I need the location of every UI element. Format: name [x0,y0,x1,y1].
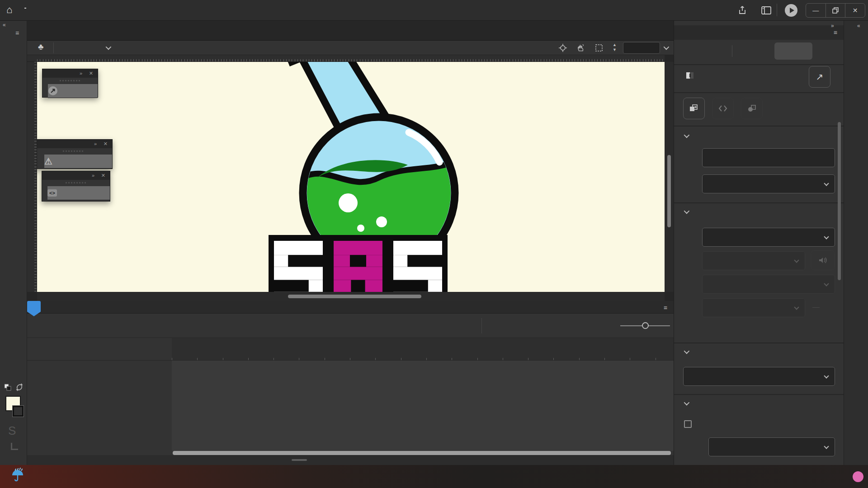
exchange-button[interactable] [741,98,763,119]
frame-type-icon [686,71,694,80]
timeline-menu-icon[interactable]: ≡ [664,304,667,311]
swap-colors-icon[interactable] [15,383,24,391]
vertical-ruler [27,62,37,292]
horizontal-ruler [27,55,665,62]
clip-content-icon[interactable] [594,43,604,52]
share-icon[interactable] [737,5,748,16]
hidden-tool-hint-icon: S [8,424,16,438]
tools-menu-icon[interactable]: ≡ [15,29,19,37]
panel-menu-icon[interactable]: » [94,141,97,146]
sound-section-header[interactable] [684,210,695,214]
color-effects-section-header[interactable] [684,350,695,354]
code-snippets-panel[interactable]: »✕ <> [42,171,110,202]
properties-tab-bar: ≡ [674,25,844,40]
center-frame-icon[interactable] [558,43,567,52]
editbar-divider [53,42,54,53]
panel-close-icon[interactable]: ✕ [101,173,105,178]
properties-menu-icon[interactable]: ≡ [834,29,837,36]
zoom-level-input[interactable] [623,42,660,54]
stage-horizontal-scrollbar[interactable] [37,292,665,301]
subtab-frame[interactable] [774,42,812,60]
test-movie-button[interactable] [785,4,797,17]
hide-object-checkbox[interactable] [684,420,692,428]
document-tab-bar [27,21,674,41]
panel-menu-icon[interactable]: » [80,70,82,76]
label-section-header[interactable] [684,134,695,138]
zoom-stepper[interactable]: ▲▼ [613,42,617,52]
sound-effect-select [702,251,805,270]
panel-close-icon[interactable]: ✕ [89,70,93,76]
window-controls: — ✕ [806,3,865,18]
layer-controls [27,338,172,361]
collapse-left-dock-icon[interactable]: « [3,22,6,28]
warning-icon: ⚠ [44,156,52,167]
timeline-tab-bar: ≡ [27,301,674,314]
convert-to-symbol-button[interactable]: ↗ [809,66,830,88]
zoom-chevron-icon[interactable] [664,46,668,50]
edit-class-button[interactable] [712,98,734,119]
stroke-color-swatch[interactable] [13,406,24,417]
collapse-strip-icon[interactable]: « [857,23,860,29]
compiler-errors-panel[interactable]: »✕ ⚠ [37,139,113,169]
default-colors-icon[interactable] [4,383,13,391]
panel-menu-icon[interactable]: » [92,173,94,178]
sound-name-select[interactable] [702,228,835,247]
symbol-edit-icon[interactable]: ♣ [38,42,43,52]
menubar-divider [777,4,777,16]
panel-resize-grip[interactable] [292,459,307,461]
properties-scrollbar[interactable] [838,122,841,280]
timeline-zoom-knob[interactable] [642,322,649,329]
code-icon: <> [47,189,57,197]
sound-repeat-select [702,298,805,317]
panel-close-icon[interactable]: ✕ [104,141,108,147]
scene-chevron-icon[interactable] [106,46,110,50]
swap-symbol-button[interactable] [683,98,705,119]
animate-app-window: ⌂ — ✕ « ≡ [0,0,868,488]
timeline-horizontal-scrollbar[interactable] [173,451,671,455]
notification-badge[interactable] [853,471,863,482]
right-dock-strip [844,21,868,465]
blend-section-header[interactable] [684,401,695,405]
frames-grid[interactable] [172,361,674,451]
label-name-input[interactable] [702,148,835,167]
stage-vertical-scrollbar[interactable] [665,62,674,292]
windows-taskbar [0,465,868,488]
timeline-panel: ≡ [27,301,674,465]
home-icon[interactable]: ⌂ [6,4,12,16]
repeat-count [812,304,820,308]
properties-panel: ≡ ↗ [674,21,844,465]
label-type-select[interactable] [702,174,835,193]
restore-button[interactable] [826,4,845,17]
stage-canvas[interactable]: »✕ »✕ ⚠ »✕ <> [37,62,665,292]
edit-sound-button [811,250,835,270]
color-effect-select[interactable] [683,367,835,386]
corner-shape-icon [11,443,18,450]
timeline-resize-strip [27,455,674,465]
expand-panel-icon[interactable]: » [831,23,834,29]
stage-logo [269,235,448,292]
timeline-toolbar [27,314,674,338]
blend-select[interactable] [708,437,835,456]
actions-panel[interactable]: »✕ [42,69,98,98]
actions-icon [48,86,58,96]
sound-sync-select [702,275,835,294]
menu-bar: ⌂ — ✕ [0,0,868,21]
close-button[interactable]: ✕ [845,4,865,17]
layer-list [27,361,172,451]
workspace-icon[interactable] [761,5,772,15]
tools-panel: « ≡ S [0,21,27,465]
weather-widget[interactable] [11,468,28,483]
minimize-button[interactable]: — [806,4,826,17]
rotate-hand-icon[interactable] [576,43,585,52]
umbrella-rain-icon [11,468,24,483]
edit-bar: ♣ ▲▼ [27,41,674,55]
frame-ruler[interactable] [172,338,674,361]
